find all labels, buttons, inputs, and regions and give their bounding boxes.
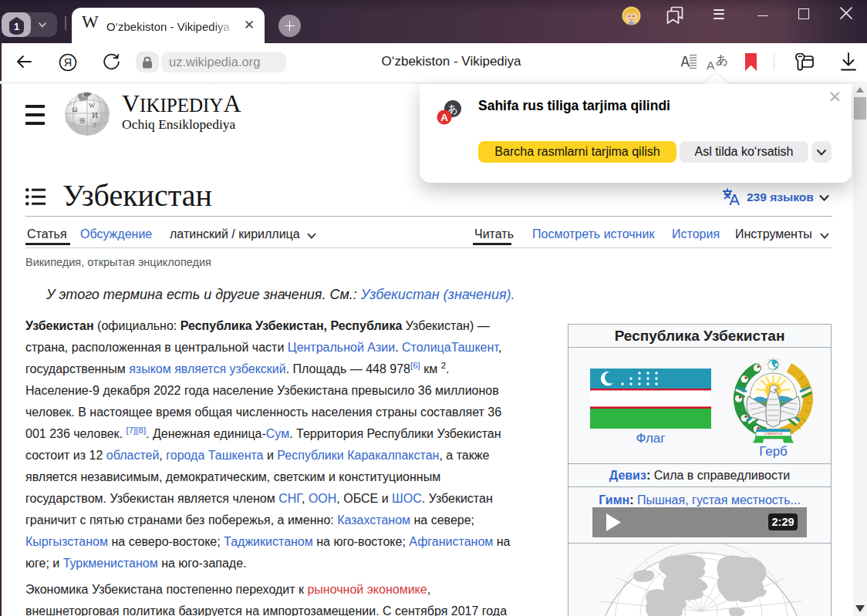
- svg-text:A: A: [440, 112, 448, 123]
- svg-text:A: A: [707, 59, 715, 72]
- svg-text:Ω: Ω: [72, 106, 77, 113]
- svg-text:И: И: [92, 111, 98, 119]
- svg-text:W: W: [89, 102, 96, 109]
- svg-text:あ: あ: [716, 53, 728, 66]
- svg-text:Я: Я: [64, 56, 72, 69]
- svg-text:张: 张: [79, 117, 86, 124]
- svg-text:O‘ZBEKISTON: O‘ZBEKISTON: [764, 433, 783, 436]
- svg-text:1: 1: [14, 21, 19, 32]
- svg-text:7: 7: [93, 122, 96, 130]
